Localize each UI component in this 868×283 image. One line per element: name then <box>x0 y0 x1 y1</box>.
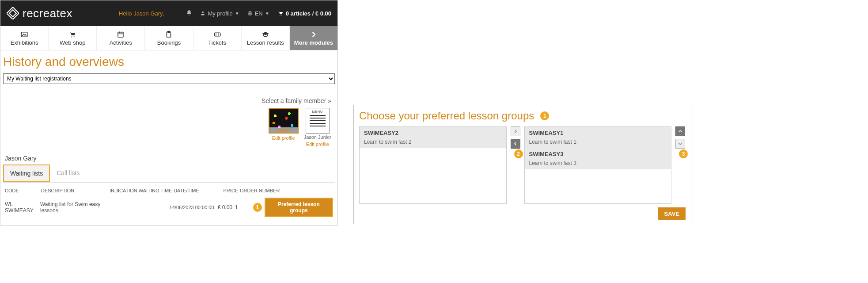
col-order-number: ORDER NUMBER <box>240 188 281 193</box>
table-row: WL SWIMEASY Waiting list for Swim easy l… <box>3 196 335 217</box>
cell-order: 1 <box>235 204 250 210</box>
nav-label: Bookings <box>157 39 181 46</box>
list-item[interactable]: SWIMEASY3 Learn to swim fast 3 <box>525 148 671 169</box>
nav-exhibitions[interactable]: Exhibitions <box>0 26 49 50</box>
edit-profile-link[interactable]: Edit profile <box>306 142 329 147</box>
table-header: CODE DESCRIPTION INDICATION WAITING TIME… <box>3 185 335 196</box>
cell-code: WL SWIMEASY <box>5 201 40 214</box>
my-profile-menu[interactable]: My profile ▼ <box>200 10 239 17</box>
current-user-name: Jason Gary <box>5 155 335 162</box>
nav-lesson-results[interactable]: Lesson results <box>242 26 290 50</box>
nav-label: Lesson results <box>247 39 284 46</box>
app-window: recreatex Hello Jason Gary, My profile ▼… <box>0 0 338 226</box>
tab-waiting-lists[interactable]: Waiting lists <box>3 164 50 182</box>
cart-icon <box>277 10 284 16</box>
svg-point-7 <box>72 36 72 37</box>
clipboard-icon <box>164 31 173 38</box>
dialog-title: Choose your preferred lesson groups <box>359 110 534 122</box>
save-button[interactable]: SAVE <box>658 207 686 220</box>
logo-icon <box>7 7 19 19</box>
family-select-label: Select a family member » <box>3 97 331 104</box>
topbar: recreatex Hello Jason Gary, My profile ▼… <box>0 0 337 26</box>
col-code: CODE <box>5 188 41 193</box>
svg-point-5 <box>281 15 282 15</box>
svg-point-8 <box>74 36 75 37</box>
svg-rect-11 <box>168 31 170 32</box>
family-member-jason[interactable]: Jason <box>269 108 299 134</box>
cart-link[interactable]: 0 articles / € 0.00 <box>277 10 331 17</box>
overview-select[interactable]: My Waiting list registrations <box>3 73 335 84</box>
preferred-lesson-groups-dialog: Choose your preferred lesson groups 1 SW… <box>353 105 691 224</box>
move-up-button[interactable] <box>675 126 685 136</box>
selected-groups-list[interactable]: SWIMEASY1 Learn to swim fast 1 SWIMEASY3… <box>524 126 672 204</box>
available-groups-list[interactable]: SWIMEASY2 Learn to swim fast 2 <box>359 126 507 204</box>
page-title: History and overviews <box>3 55 335 69</box>
cell-description: Waiting list for Swim easy lessons <box>40 201 107 214</box>
move-down-button[interactable] <box>675 139 685 149</box>
cart-label: 0 articles / € 0.00 <box>286 10 331 17</box>
annotation-badge-2: 2 <box>514 149 523 158</box>
list-item-sub: Learn to swim fast 2 <box>364 139 502 145</box>
chevron-up-icon <box>678 129 683 134</box>
list-item-sub: Learn to swim fast 3 <box>529 160 667 166</box>
svg-rect-9 <box>118 32 123 37</box>
chevron-down-icon: ▼ <box>235 11 239 16</box>
chevron-right-icon <box>513 129 518 134</box>
avatar-name: Jason <box>269 127 298 133</box>
col-indication: INDICATION WAITING TIME <box>110 188 174 193</box>
globe-icon <box>247 11 253 16</box>
edit-profile-link[interactable]: Edit profile <box>272 135 295 141</box>
preferred-lesson-groups-button[interactable]: Preferred lesson groups <box>265 198 333 217</box>
list-item-title: SWIMEASY1 <box>529 130 667 136</box>
greeting: Hello Jason Gary, <box>119 10 164 17</box>
language-menu[interactable]: EN ▼ <box>247 10 269 17</box>
nav-label: Activities <box>110 39 132 46</box>
svg-rect-1 <box>9 10 16 17</box>
nav-tickets[interactable]: Tickets <box>193 26 242 50</box>
nav-webshop[interactable]: Web shop <box>49 26 97 50</box>
logo[interactable]: recreatex <box>7 7 72 20</box>
my-profile-label: My profile <box>208 10 232 17</box>
family-member-jason-junior[interactable]: MENU <box>306 108 330 134</box>
list-item[interactable]: SWIMEASY1 Learn to swim fast 1 <box>525 127 671 148</box>
svg-rect-0 <box>7 7 19 19</box>
nav-more-modules[interactable]: More modules <box>290 26 337 50</box>
chevron-left-icon <box>513 141 518 146</box>
picture-icon <box>20 31 29 38</box>
nav-label: Exhibitions <box>11 39 38 46</box>
col-description: DESCRIPTION <box>41 188 110 193</box>
move-buttons: 2 <box>510 126 521 204</box>
main-nav: Exhibitions Web shop Activities Bookings… <box>0 26 337 50</box>
nav-label: Web shop <box>60 39 85 46</box>
list-item-title: SWIMEASY3 <box>529 151 667 157</box>
move-left-button[interactable] <box>511 139 520 149</box>
cell-datetime: 14/06/2023 00:00:00 <box>170 205 216 210</box>
move-right-button[interactable] <box>511 126 520 136</box>
ticket-icon <box>213 31 222 38</box>
svg-point-4 <box>280 15 280 15</box>
cell-price: € 0.00 <box>216 204 232 210</box>
calendar-icon <box>116 31 125 38</box>
list-item-title: SWIMEASY2 <box>364 130 502 136</box>
annotation-badge-3: 3 <box>679 149 688 158</box>
nav-label: Tickets <box>208 39 226 46</box>
nav-label: More modules <box>294 39 333 46</box>
user-icon <box>200 11 205 16</box>
bell-icon[interactable] <box>186 10 192 17</box>
nav-bookings[interactable]: Bookings <box>145 26 193 50</box>
list-item[interactable]: SWIMEASY2 Learn to swim fast 2 <box>360 127 506 148</box>
language-label: EN <box>255 10 263 17</box>
svg-point-2 <box>202 11 204 13</box>
order-buttons: 3 <box>675 126 686 204</box>
logo-text: recreatex <box>23 7 72 20</box>
annotation-badge-1: 1 <box>253 203 262 212</box>
col-datetime: DATE/TIME <box>174 188 221 193</box>
tab-call-lists[interactable]: Call lists <box>50 164 86 182</box>
nav-activities[interactable]: Activities <box>97 26 145 50</box>
annotation-badge-1: 1 <box>540 111 549 120</box>
list-item-sub: Learn to swim fast 1 <box>529 139 667 145</box>
avatar-name: Jason Junior <box>304 134 331 140</box>
col-price: PRICE <box>221 188 238 193</box>
chevron-down-icon: ▼ <box>265 11 269 16</box>
svg-rect-12 <box>214 33 220 36</box>
